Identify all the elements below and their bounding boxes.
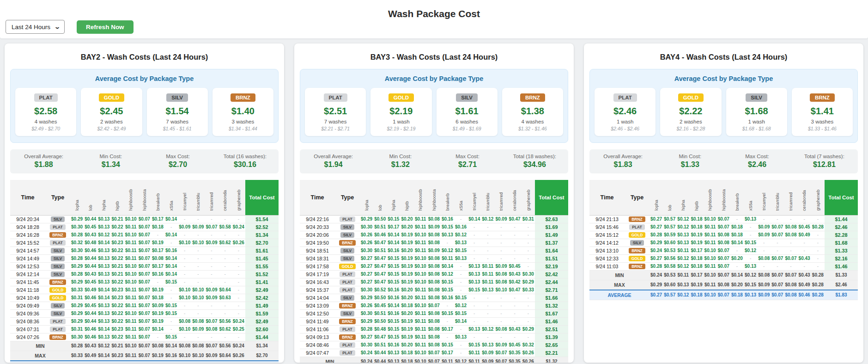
bay-title: BAY2 - Wash Costs (Last 24 Hours) xyxy=(10,53,279,62)
chemical-cost: $0.14 xyxy=(164,231,178,239)
row-total-cost: $1.44 xyxy=(825,215,858,223)
row-total-cost: $2.19 xyxy=(535,262,568,270)
chemical-cost: - xyxy=(454,215,467,223)
wash-type-badge: GOLD xyxy=(629,256,646,261)
max-row-total: $2.70 xyxy=(245,351,279,361)
chemical-cost: - xyxy=(508,309,522,317)
wash-type-badge: SILV xyxy=(51,311,65,316)
stat-total: Total (16 washes):$30.16 xyxy=(212,154,279,169)
chemical-cost: - xyxy=(191,247,205,254)
row-total-cost: $1.45 xyxy=(245,254,279,262)
chemical-cost: - xyxy=(494,247,508,254)
chemical-cost: $0.46 xyxy=(84,333,97,341)
row-total-cost: $2.49 xyxy=(245,286,279,294)
package-card: PLAT$2.517 washes$2.21 - $2.71 xyxy=(305,88,366,136)
chemical-cost: $0.13 xyxy=(97,333,110,341)
table-row: 9/24 20:33SILV$0.30$0.51$0.17$0.20$0.11$… xyxy=(300,223,568,231)
chemical-cost: $0.15 xyxy=(454,309,467,317)
chemical-cost: - xyxy=(205,333,218,341)
refresh-button[interactable]: Refresh Now xyxy=(77,20,134,34)
min-row-value: $0.08 xyxy=(191,341,205,351)
chemical-cost: - xyxy=(730,215,744,223)
chemical-cost: $0.18 xyxy=(690,262,703,270)
chemical-cost: $0.27 xyxy=(360,254,373,262)
chemical-cost: $0.11 xyxy=(481,270,494,278)
wash-time: 9/24 18:31 xyxy=(300,254,335,262)
chemical-name: lopha xyxy=(75,200,79,210)
average-row-value: $0.08 xyxy=(205,361,218,363)
chemical-cost: $0.24 xyxy=(232,223,245,231)
stat-total-label: Total (18 washes): xyxy=(501,154,568,159)
row-total-cost: $2.42 xyxy=(535,270,568,278)
chemical-cost: - xyxy=(522,294,535,302)
wash-type: BRNZ xyxy=(45,278,70,286)
min-row-value: $0.07 xyxy=(205,341,218,351)
min-row-value: $0.11 xyxy=(676,270,690,280)
wash-table-header: TimeTypelophalobhiphahiptbhiphboostbhiph… xyxy=(589,180,858,215)
chemical-cost: $0.11 xyxy=(441,254,454,262)
wash-type-badge: SILV xyxy=(51,271,65,277)
stat-max-cost: Max Cost:$2.70 xyxy=(145,154,212,169)
chemical-cost: $0.11 xyxy=(124,223,138,231)
chemical-cost: $0.10 xyxy=(704,215,717,223)
chemical-cost: - xyxy=(798,215,811,223)
chemical-cost: $0.20 xyxy=(730,254,744,262)
chemical-cost: $0.13 xyxy=(97,270,110,278)
chemical-cost: $0.10 xyxy=(124,262,138,270)
chemical-cost: - xyxy=(481,231,494,239)
chemical-cost: $0.50 xyxy=(373,215,387,223)
chemical-cost: $0.45 xyxy=(508,262,522,270)
chemical-cost: $0.10 xyxy=(414,278,427,286)
chemical-cost: - xyxy=(481,254,494,262)
wash-table-header: TimeTypelophalobhiphahiptbhiphboostbhiph… xyxy=(300,180,568,215)
chemical-cost: - xyxy=(219,309,232,317)
wash-time: 9/24 15:12 xyxy=(589,231,625,239)
chemical-cost: $0.08 xyxy=(757,254,771,262)
max-row-value: $0.11 xyxy=(124,351,138,361)
chemical-cost: $0.12 xyxy=(676,262,690,270)
chemical-cost: $0.22 xyxy=(110,317,124,325)
chemical-cost: $0.14 xyxy=(97,325,110,333)
row-total-cost: $1.39 xyxy=(535,333,568,341)
col-header-chemical: lob xyxy=(663,180,676,215)
row-total-cost: $1.46 xyxy=(825,262,858,270)
chemical-cost: $0.14 xyxy=(387,302,400,309)
package-type-badge: SILV xyxy=(166,93,188,102)
chemical-cost: - xyxy=(481,309,494,317)
chemical-cost: $0.08 xyxy=(784,223,797,231)
chemical-cost: - xyxy=(151,278,164,286)
wash-type-badge: BRNZ xyxy=(339,303,356,308)
chemical-cost: $0.28 xyxy=(70,254,84,262)
wash-time: 9/24 11:49 xyxy=(300,317,335,325)
time-range-select[interactable]: Last 24 Hours ⌄ xyxy=(6,20,65,34)
table-row: 9/24 12:53SILV$0.29$0.44$0.13$0.21$0.10$… xyxy=(10,262,279,270)
stats-bar: Overall Average:$1.83Min Cost:$1.33Max C… xyxy=(589,149,858,173)
max-row-value: $0.29 xyxy=(649,280,663,290)
col-header-chemical: tricamblu xyxy=(771,180,784,215)
chemical-cost: $0.09 xyxy=(427,223,441,231)
min-row: MIN$0.24$0.53$0.11$0.17$0.10$0.07$0.14$0… xyxy=(589,270,858,280)
chemical-cost: $0.19 xyxy=(400,270,413,278)
package-avg-cost: $1.41 xyxy=(794,106,851,117)
chemical-cost: $0.16 xyxy=(387,309,400,317)
bay-panel: BAY4 - Wash Costs (Last 24 Hours) Averag… xyxy=(584,43,863,363)
chemical-cost: - xyxy=(191,231,205,239)
chemical-cost: $0.52 xyxy=(373,286,387,294)
chemical-cost: $0.13 xyxy=(387,349,400,357)
wash-time: 9/24 13:10 xyxy=(589,247,625,254)
row-total-cost: $2.44 xyxy=(535,278,568,286)
chemical-cost: $0.10 xyxy=(124,270,138,278)
chemical-cost: $0.08 xyxy=(427,215,441,223)
wash-type-badge: GOLD xyxy=(629,232,646,238)
chemical-cost: $0.07 xyxy=(138,223,151,231)
chemical-cost: - xyxy=(205,270,218,278)
chemical-cost: - xyxy=(219,247,232,254)
chemical-name: cerabonda xyxy=(512,190,517,211)
stat-overall-average: Overall Average:$1.94 xyxy=(300,154,367,169)
chemical-cost: - xyxy=(191,270,205,278)
chemical-cost: $0.08 xyxy=(427,325,441,333)
table-row: 9/24 14:57SILV$0.30$0.46$0.13$0.22$0.11$… xyxy=(10,247,279,254)
row-total-cost: $2.60 xyxy=(245,325,279,333)
chemical-cost: $0.08 xyxy=(427,286,441,294)
chemical-cost: - xyxy=(522,223,535,231)
